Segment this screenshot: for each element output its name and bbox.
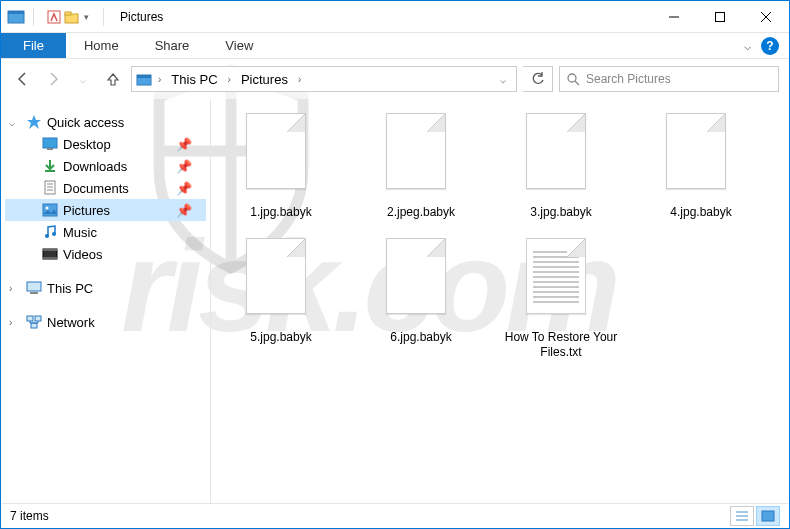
svg-rect-1 [8, 11, 24, 14]
file-label: 4.jpg.babyk [670, 205, 731, 220]
svg-point-21 [46, 207, 49, 210]
search-input[interactable]: Search Pictures [559, 66, 779, 92]
sidebar-item-label: Network [47, 315, 95, 330]
breadcrumb-thispc[interactable]: This PC [167, 70, 221, 89]
pin-icon: 📌 [176, 203, 192, 218]
file-label: 2.jpeg.babyk [387, 205, 455, 220]
recent-dropdown[interactable]: ⌵ [71, 67, 95, 91]
svg-rect-30 [35, 316, 41, 321]
ribbon: File Home Share View ⌵ ? [1, 33, 789, 59]
blank-file-icon [246, 113, 316, 199]
up-button[interactable] [101, 67, 125, 91]
navigation-bar: ⌵ › This PC › Pictures › ⌵ Search Pictur… [1, 59, 789, 99]
sidebar-thispc[interactable]: › This PC [5, 277, 206, 299]
navigation-pane: ⌵ Quick access Desktop 📌 Downloads 📌 Doc… [1, 99, 211, 504]
svg-rect-35 [762, 511, 774, 521]
pin-icon: 📌 [176, 181, 192, 196]
svg-point-22 [45, 234, 49, 238]
svg-point-23 [52, 232, 56, 236]
file-item[interactable]: 1.jpg.babyk [221, 113, 341, 220]
file-label: 5.jpg.babyk [250, 330, 311, 345]
sidebar-item-label: Videos [63, 247, 103, 262]
location-icon [136, 71, 152, 87]
chevron-right-icon[interactable]: › [226, 74, 233, 85]
forward-button[interactable] [41, 67, 65, 91]
pictures-icon [41, 202, 59, 218]
svg-rect-31 [31, 323, 37, 328]
file-item[interactable]: 2.jpeg.babyk [361, 113, 481, 220]
refresh-button[interactable] [523, 66, 553, 92]
file-label: How To Restore Your Files.txt [501, 330, 621, 360]
ribbon-expand-icon[interactable]: ⌵ [744, 39, 751, 53]
sidebar-item-music[interactable]: Music [5, 221, 206, 243]
svg-rect-6 [716, 12, 725, 21]
chevron-down-icon[interactable]: ⌵ [9, 117, 21, 128]
window-title: Pictures [120, 10, 163, 24]
sidebar-item-label: Music [63, 225, 97, 240]
sidebar-item-pictures[interactable]: Pictures 📌 [5, 199, 206, 221]
tab-view[interactable]: View [207, 33, 271, 58]
back-button[interactable] [11, 67, 35, 91]
help-icon[interactable]: ? [761, 37, 779, 55]
sidebar-item-documents[interactable]: Documents 📌 [5, 177, 206, 199]
thumbnails-view-button[interactable] [756, 506, 780, 526]
tab-share[interactable]: Share [137, 33, 208, 58]
file-item[interactable]: 4.jpg.babyk [641, 113, 761, 220]
file-item[interactable]: 5.jpg.babyk [221, 238, 341, 360]
svg-rect-27 [27, 282, 41, 291]
pin-icon: 📌 [176, 159, 192, 174]
file-item[interactable]: 6.jpg.babyk [361, 238, 481, 360]
svg-rect-13 [43, 138, 57, 148]
file-view[interactable]: 1.jpg.babyk2.jpeg.babyk3.jpg.babyk4.jpg.… [211, 99, 789, 504]
sidebar-item-label: Pictures [63, 203, 110, 218]
pin-icon: 📌 [176, 137, 192, 152]
chevron-right-icon[interactable]: › [296, 74, 303, 85]
file-label: 6.jpg.babyk [390, 330, 451, 345]
blank-file-icon [526, 113, 596, 199]
qat-dropdown-icon[interactable]: ▾ [82, 9, 91, 25]
sidebar-item-desktop[interactable]: Desktop 📌 [5, 133, 206, 155]
network-icon [25, 314, 43, 330]
music-icon [41, 224, 59, 240]
details-view-button[interactable] [730, 506, 754, 526]
file-label: 1.jpg.babyk [250, 205, 311, 220]
svg-rect-10 [137, 75, 151, 78]
qat-properties-icon[interactable] [46, 9, 62, 25]
status-bar: 7 items [2, 503, 788, 527]
sidebar-network[interactable]: › Network [5, 311, 206, 333]
maximize-button[interactable] [697, 2, 743, 32]
svg-rect-4 [65, 12, 71, 15]
thispc-icon [25, 280, 43, 296]
file-label: 3.jpg.babyk [530, 205, 591, 220]
breadcrumb-pictures[interactable]: Pictures [237, 70, 292, 89]
close-button[interactable] [743, 2, 789, 32]
address-bar[interactable]: › This PC › Pictures › ⌵ [131, 66, 517, 92]
svg-rect-20 [43, 204, 57, 216]
quick-access-toolbar: ▾ [42, 9, 95, 25]
svg-rect-29 [27, 316, 33, 321]
sidebar-item-label: Quick access [47, 115, 124, 130]
address-dropdown-icon[interactable]: ⌵ [494, 74, 512, 85]
file-item[interactable]: 3.jpg.babyk [501, 113, 621, 220]
sidebar-quickaccess[interactable]: ⌵ Quick access [5, 111, 206, 133]
sidebar-item-label: This PC [47, 281, 93, 296]
qat-newfolder-icon[interactable] [64, 9, 80, 25]
svg-rect-26 [43, 257, 57, 259]
desktop-icon [41, 136, 59, 152]
svg-rect-14 [47, 148, 53, 150]
chevron-right-icon[interactable]: › [9, 317, 21, 328]
file-item[interactable]: How To Restore Your Files.txt [501, 238, 621, 360]
minimize-button[interactable] [651, 2, 697, 32]
sidebar-item-label: Documents [63, 181, 129, 196]
sidebar-item-videos[interactable]: Videos [5, 243, 206, 265]
svg-line-12 [575, 81, 579, 85]
tab-home[interactable]: Home [66, 33, 137, 58]
file-tab[interactable]: File [1, 33, 66, 58]
chevron-right-icon[interactable]: › [9, 283, 21, 294]
status-count: 7 items [10, 509, 49, 523]
sidebar-item-downloads[interactable]: Downloads 📌 [5, 155, 206, 177]
text-file-icon [526, 238, 596, 324]
blank-file-icon [386, 113, 456, 199]
search-icon [566, 72, 580, 86]
chevron-right-icon[interactable]: › [156, 74, 163, 85]
